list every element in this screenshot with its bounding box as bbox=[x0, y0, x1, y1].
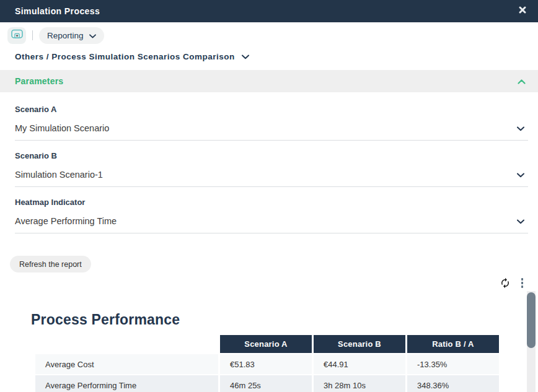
chevron-up-icon[interactable] bbox=[518, 76, 526, 87]
table-header-scenario-b: Scenario B bbox=[314, 335, 405, 353]
chevron-down-icon bbox=[517, 216, 524, 226]
table-row: Average Performing Time 46m 25s 3h 28m 1… bbox=[35, 375, 499, 392]
save-view-button[interactable] bbox=[7, 27, 26, 44]
scenario-b-label: Scenario B bbox=[15, 151, 528, 160]
row-label: Average Performing Time bbox=[35, 375, 218, 392]
table-header-ratio: Ratio B / A bbox=[407, 335, 499, 353]
chevron-down-icon bbox=[517, 123, 524, 133]
scenario-a-value: My Simulation Scenario bbox=[15, 123, 109, 133]
cell-ratio: 348.36% bbox=[407, 375, 499, 392]
scenario-b-value: Simulation Scenario-1 bbox=[15, 170, 103, 180]
parameters-form: Scenario A My Simulation Scenario Scenar… bbox=[0, 92, 538, 233]
report-actions bbox=[500, 277, 525, 289]
window-titlebar: Simulation Process bbox=[0, 0, 538, 22]
refresh-report-button[interactable]: Refresh the report bbox=[10, 256, 91, 272]
toolbar-divider bbox=[32, 30, 33, 40]
close-button[interactable] bbox=[517, 6, 528, 17]
scenario-a-select[interactable]: My Simulation Scenario bbox=[15, 123, 528, 141]
report-selector[interactable]: Others / Process Simulation Scenarios Co… bbox=[0, 45, 538, 70]
parameters-title: Parameters bbox=[15, 76, 63, 86]
scenario-a-field: Scenario A My Simulation Scenario bbox=[15, 105, 528, 141]
performance-table: Scenario A Scenario B Ratio B / A Averag… bbox=[33, 334, 501, 392]
chevron-down-icon bbox=[89, 31, 96, 40]
table-header-blank bbox=[35, 335, 218, 353]
simulation-process-window: Simulation Process Reporting bbox=[0, 0, 538, 392]
table-header-scenario-a: Scenario A bbox=[220, 335, 312, 353]
table-header-row: Scenario A Scenario B Ratio B / A bbox=[35, 335, 499, 353]
window-title: Simulation Process bbox=[15, 6, 517, 16]
chevron-down-icon bbox=[517, 170, 524, 180]
cell-scenario-b: 3h 28m 10s bbox=[314, 375, 405, 392]
chevron-down-icon bbox=[242, 52, 249, 61]
row-label: Average Cost bbox=[35, 354, 218, 374]
heatmap-indicator-label: Heatmap Indicator bbox=[15, 198, 528, 207]
breadcrumb: Others / Process Simulation Scenarios Co… bbox=[15, 52, 235, 61]
heatmap-indicator-select[interactable]: Average Performing Time bbox=[15, 216, 528, 233]
cell-scenario-b: €44.91 bbox=[314, 354, 405, 374]
report-heading: Process Performance bbox=[31, 311, 538, 328]
refresh-icon[interactable] bbox=[500, 277, 511, 289]
scenario-a-label: Scenario A bbox=[15, 105, 528, 114]
kebab-menu-icon[interactable] bbox=[520, 277, 525, 289]
table-row: Average Cost €51.83 €44.91 -13.35% bbox=[35, 354, 499, 374]
close-icon bbox=[518, 6, 527, 17]
reporting-dropdown[interactable]: Reporting bbox=[39, 27, 104, 44]
heatmap-indicator-value: Average Performing Time bbox=[15, 216, 117, 226]
scenario-b-select[interactable]: Simulation Scenario-1 bbox=[15, 170, 528, 187]
reporting-dropdown-label: Reporting bbox=[47, 31, 84, 40]
parameters-section-header[interactable]: Parameters bbox=[0, 70, 538, 92]
scrollbar-thumb[interactable] bbox=[527, 292, 536, 348]
heatmap-indicator-field: Heatmap Indicator Average Performing Tim… bbox=[15, 198, 528, 233]
toolbar: Reporting bbox=[0, 22, 538, 45]
cell-scenario-a: €51.83 bbox=[220, 354, 312, 374]
cell-scenario-a: 46m 25s bbox=[220, 375, 312, 392]
window-plus-icon bbox=[11, 29, 23, 42]
cell-ratio: -13.35% bbox=[407, 354, 499, 374]
scenario-b-field: Scenario B Simulation Scenario-1 bbox=[15, 151, 528, 187]
